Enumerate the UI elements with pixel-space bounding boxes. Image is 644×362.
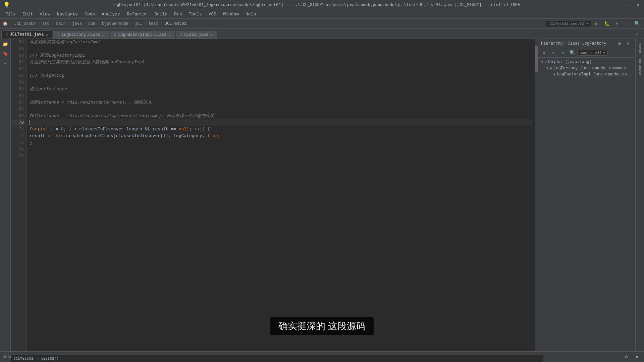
java-file-icon-2: J: [180, 33, 182, 37]
scope-label: Scope: All: [580, 51, 602, 55]
run-button[interactable]: ▶: [592, 19, 601, 28]
menu-code[interactable]: Code: [82, 11, 98, 17]
code-line-75: [30, 153, 532, 160]
tab-logfactory[interactable]: C LogFactory.class ✕: [53, 31, 109, 39]
tab-logfactoryimpl[interactable]: C LogFactoryImpl.class ✕: [110, 31, 175, 39]
code-line-60: (4) 观察LogFactoryImpl: [30, 52, 532, 59]
line-numbers: 58 59 60 61 62 63 64 65 66 67 68 69 70 7…: [11, 39, 27, 351]
java-file-icon: J: [6, 33, 8, 37]
logfactoryimpl-icon: ●: [553, 72, 555, 77]
tab-jcltest01[interactable]: J JCLTest01.java ✕: [1, 31, 52, 39]
tree-item-logfactory[interactable]: ▼ ◆ LogFactory (org.apache.commons...: [538, 65, 635, 71]
debug-panel-close-button[interactable]: ✕: [633, 353, 641, 361]
hierarchy-settings-button[interactable]: ⚙: [615, 39, 624, 48]
run-coverage-button[interactable]: ⚡: [612, 19, 621, 28]
editor-container: 58 59 60 61 62 63 64 65 66 67 68 69 70 7…: [11, 39, 538, 351]
code-line-58: 高要观察其实现类LogFactoryImpl: [30, 39, 532, 46]
tree-expand-object[interactable]: ▼: [541, 60, 543, 64]
title-text: logProject01 [D:\teach\course2021vd\01_l…: [13, 3, 619, 7]
editor-scrollbar[interactable]: [535, 39, 538, 351]
hierarchy-expand-button[interactable]: ⊕: [540, 49, 548, 57]
main-area: 📁 🔖 ≡ 58 59 60 61 62 63 64 65: [0, 39, 644, 351]
recent-files-button[interactable]: ✓: [633, 30, 641, 39]
nav-src[interactable]: src: [42, 21, 50, 26]
tree-item-logfactoryimpl[interactable]: ● LogFactoryImpl (org.apache.co...: [538, 71, 635, 77]
menu-run[interactable]: Run: [171, 11, 184, 17]
nav-com[interactable]: com: [88, 21, 96, 26]
menu-file[interactable]: File: [3, 11, 18, 17]
minimize-button[interactable]: —: [619, 2, 625, 8]
tree-label-object: Object (java.lang): [548, 60, 592, 64]
tab-close-logfactory[interactable]: ✕: [102, 33, 105, 37]
debug-button[interactable]: 🐛: [602, 19, 611, 28]
menu-build[interactable]: Build: [152, 11, 170, 17]
database-panel-button[interactable]: Database: [637, 56, 642, 78]
code-line-70: [30, 119, 532, 126]
code-line-72: result = this.createLogFromClass(classes…: [30, 133, 532, 139]
nav-bjpowernode[interactable]: bjpowernode: [102, 21, 128, 26]
tab-label-class-java: Class.java: [184, 33, 208, 37]
navigation-bar: 🏠 › JCL_STUDY › src › main › java › com …: [0, 19, 644, 29]
app-icon: 💡: [3, 2, 10, 8]
scope-selector[interactable]: Scope: All ▾: [577, 50, 608, 56]
menu-tools[interactable]: Tools: [186, 11, 205, 17]
maven-panel-button[interactable]: Maven: [637, 40, 642, 56]
hierarchy-refresh-button[interactable]: ↻: [558, 49, 567, 57]
debug-settings-button[interactable]: ⚙: [622, 353, 631, 361]
nav-test[interactable]: test: [149, 21, 158, 26]
run-config-selector[interactable]: JCLTest01.test02 ▾: [546, 21, 591, 26]
structure-button[interactable]: ≡: [1, 59, 9, 67]
tab-close-class-java[interactable]: ✕: [210, 33, 213, 37]
search-everywhere-button[interactable]: 🔍: [633, 19, 641, 28]
nav-java[interactable]: java: [72, 21, 82, 26]
nav-jcl-study[interactable]: JCL_STUDY: [14, 21, 36, 26]
menu-refactor[interactable]: Refactor: [124, 11, 150, 17]
nav-jcltest01[interactable]: JCLTest01: [165, 21, 186, 26]
code-line-65: 进入getInstance: [30, 86, 532, 93]
project-panel-button[interactable]: 📁: [1, 40, 9, 48]
close-button[interactable]: ✕: [635, 2, 641, 8]
editor-tabs: J JCLTest01.java ✕ C LogFactory.class ✕ …: [0, 29, 644, 39]
code-editor[interactable]: 58 59 60 61 62 63 64 65 66 67 68 69 70 7…: [11, 39, 538, 351]
code-line-67: 找到instance = this.newInstance(name);， 继续…: [30, 99, 532, 106]
tab-close-jcltest01[interactable]: ✕: [46, 33, 48, 37]
tab-label-logfactoryimpl: LogFactoryImpl.class: [118, 33, 166, 37]
nav-main[interactable]: main: [56, 21, 66, 26]
object-icon: ○: [544, 60, 547, 64]
tab-close-logfactoryimpl[interactable]: ✕: [168, 33, 171, 37]
menu-bar: File Edit View Navigate Code Analyze Ref…: [0, 10, 644, 19]
menu-analyze[interactable]: Analyze: [99, 11, 123, 17]
menu-view[interactable]: View: [37, 11, 53, 17]
maximize-button[interactable]: □: [627, 2, 633, 8]
hierarchy-collapse-button[interactable]: ⊖: [549, 49, 558, 57]
tree-item-object[interactable]: ▼ ○ Object (java.lang): [538, 59, 635, 65]
code-line-63: (5) 进入getLog: [30, 72, 532, 79]
code-line-62: [30, 66, 532, 72]
hierarchy-close-button[interactable]: ✕: [624, 39, 633, 48]
editor-scroll-thumb[interactable]: [535, 46, 538, 72]
code-line-73: }: [30, 139, 532, 146]
code-content[interactable]: 高要观察其实现类LogFactoryImpl (4) 观察LogFactoryI…: [27, 39, 535, 351]
nav-jcl[interactable]: jcl: [135, 21, 142, 26]
code-line-71: for(int i = 0; i < classesToDiscover.len…: [30, 126, 532, 133]
menu-help[interactable]: Help: [243, 11, 259, 17]
tree-label-logfactory: LogFactory (org.apache.commons...: [553, 66, 633, 71]
menu-vcs[interactable]: VCS: [206, 11, 219, 17]
menu-navigate[interactable]: Navigate: [54, 11, 80, 17]
code-line-64: [30, 79, 532, 86]
hierarchy-toolbar: ⊕ ⊖ ↻ 🔍 Scope: All ▾: [538, 48, 635, 58]
nav-item-project[interactable]: 🏠: [3, 21, 8, 26]
code-line-69: 找到instance = this.discoverLogImplementat…: [30, 113, 532, 119]
right-panel-tabs: Maven Database: [635, 39, 644, 351]
bookmarks-button[interactable]: 🔖: [1, 50, 9, 58]
code-line-66: [30, 93, 532, 99]
menu-window[interactable]: Window: [220, 11, 241, 17]
hierarchy-filter-button[interactable]: 🔍: [568, 49, 577, 57]
tab-class-java[interactable]: J Class.java ✕: [176, 31, 217, 39]
left-gutter: 📁 🔖 ≡: [0, 39, 11, 351]
subtitle-text: 确实挺深的 这段源码: [278, 321, 366, 331]
menu-edit[interactable]: Edit: [20, 11, 36, 17]
hierarchy-tree: ▼ ○ Object (java.lang) ▼ ◆ LogFactory (o…: [538, 58, 635, 351]
tree-expand-logfactory[interactable]: ▼: [546, 66, 548, 70]
toolbar-more-button[interactable]: ⋮: [623, 19, 631, 28]
